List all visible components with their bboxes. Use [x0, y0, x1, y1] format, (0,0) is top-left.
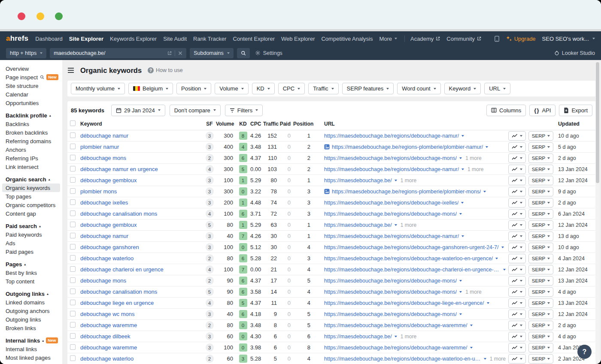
filter-serp-features[interactable]: SERP features: [342, 83, 394, 94]
filter-traffic[interactable]: Traffic: [308, 83, 338, 94]
sidebar-item-referring-domains[interactable]: Referring domains: [2, 137, 60, 145]
sidebar-item-top-content[interactable]: Top content: [2, 277, 60, 286]
url-link[interactable]: https://maesdebouchage.be/regions/debouc…: [324, 133, 459, 139]
row-checkbox[interactable]: [70, 222, 76, 227]
filter-url[interactable]: URL: [484, 83, 510, 94]
filters-button[interactable]: Filters: [225, 105, 263, 116]
serp-button[interactable]: SERP: [528, 232, 553, 241]
serp-button[interactable]: SERP: [528, 243, 553, 252]
row-checkbox[interactable]: [70, 311, 76, 316]
keyword-link[interactable]: debouchage namur: [80, 233, 128, 239]
maximize-window-button[interactable]: [55, 12, 63, 20]
sidebar-item-ads[interactable]: Ads: [2, 239, 60, 247]
row-checkbox[interactable]: [70, 144, 76, 149]
target-url-input[interactable]: [54, 50, 164, 56]
position-history-button[interactable]: [508, 243, 526, 252]
nav-item-more[interactable]: More: [379, 36, 397, 42]
scrollbar-thumb[interactable]: [596, 62, 599, 183]
url-link[interactable]: https://maesdebouchage.be/regions/debouc…: [324, 322, 467, 328]
protocol-select[interactable]: http + https: [6, 48, 46, 58]
url-link[interactable]: https://maesdebouchage.be/regions-plombe…: [332, 144, 483, 150]
row-checkbox[interactable]: [70, 322, 76, 328]
sidebar-item-backlinks[interactable]: Backlinks: [2, 120, 60, 128]
url-link[interactable]: https://maesdebouchage.be/regions/debouc…: [324, 155, 457, 161]
row-checkbox[interactable]: [70, 255, 76, 261]
position-history-button[interactable]: [508, 298, 526, 308]
row-checkbox[interactable]: [70, 266, 76, 272]
row-checkbox[interactable]: [70, 177, 76, 183]
url-link[interactable]: https://maesdebouchage.be/regions/debouc…: [324, 267, 501, 273]
keyword-link[interactable]: plombier mons: [80, 188, 117, 195]
sidebar-item-opportunities[interactable]: Opportunities: [2, 99, 60, 107]
url-link[interactable]: https://maesdebouchage.be/regions/debouc…: [324, 311, 457, 317]
col-cpc[interactable]: CPC: [250, 121, 263, 127]
keyword-link[interactable]: debouchage waremme: [80, 322, 137, 328]
sidebar-item-broken-backlinks[interactable]: Broken backlinks: [2, 128, 60, 137]
position-history-button[interactable]: [508, 187, 526, 196]
sidebar-item-referring-ips[interactable]: Referring IPs: [2, 154, 60, 162]
url-link[interactable]: https://maesdebouchage.be/regions/debouc…: [324, 300, 484, 306]
row-checkbox[interactable]: [70, 188, 76, 194]
serp-button[interactable]: SERP: [528, 254, 553, 263]
keyword-link[interactable]: débouchage dilbeek: [80, 333, 130, 340]
url-link[interactable]: https://maesdebouchage.be/regions/debouc…: [324, 166, 459, 172]
device-icon[interactable]: [494, 36, 500, 42]
keyword-link[interactable]: débouchage gembloux: [80, 177, 137, 184]
serp-button[interactable]: SERP: [528, 321, 553, 330]
sidebar-item-top-pages[interactable]: Top pages: [2, 192, 60, 201]
sidebar-item-anchors[interactable]: Anchors: [2, 145, 60, 154]
nav-item-academy[interactable]: Academy: [410, 36, 440, 42]
keyword-link[interactable]: débouchage namur: [80, 132, 128, 139]
keyword-link[interactable]: plombier namur: [80, 144, 119, 150]
keyword-link[interactable]: débouchage namur en urgence: [80, 166, 158, 172]
row-checkbox[interactable]: [70, 211, 76, 216]
sidebar-item-broken-links[interactable]: Broken links: [2, 324, 60, 332]
col-keyword[interactable]: Keyword: [80, 121, 203, 127]
keyword-link[interactable]: debouchage mons: [80, 277, 126, 284]
row-checkbox[interactable]: [70, 277, 76, 283]
nav-item-community[interactable]: Community: [446, 36, 481, 42]
position-history-button[interactable]: [508, 232, 526, 241]
position-history-button[interactable]: [508, 165, 526, 174]
row-checkbox[interactable]: [70, 132, 76, 138]
position-history-button[interactable]: [508, 287, 526, 297]
sidebar-item-organic-keywords[interactable]: Organic keywords: [2, 184, 60, 192]
col-sf[interactable]: SF: [203, 121, 216, 127]
nav-item-dashboard[interactable]: Dashboard: [35, 36, 63, 42]
sidebar-item-overview[interactable]: Overview: [2, 64, 60, 73]
filter-belgium[interactable]: Belgium: [128, 83, 173, 94]
position-history-button[interactable]: [508, 220, 526, 230]
position-history-button[interactable]: [508, 176, 526, 185]
url-link[interactable]: https://maesdebouchage.be/regions/debouc…: [324, 256, 493, 262]
sidebar-item-paid-keywords[interactable]: Paid keywords: [2, 230, 60, 239]
row-checkbox[interactable]: [70, 355, 76, 361]
sidebar-item-outgoing-links[interactable]: Outgoing links: [2, 315, 60, 324]
sidebar-item-link-intersect[interactable]: Link intersect: [2, 162, 60, 171]
col-url[interactable]: URL: [313, 121, 506, 127]
url-link[interactable]: https://maesdebouchage.be/regions/debouc…: [324, 345, 467, 351]
sidebar-section-organic-search[interactable]: Organic search▴: [2, 175, 60, 184]
filter-keyword[interactable]: Keyword: [444, 83, 481, 94]
keyword-link[interactable]: debouchage waterloo: [80, 355, 134, 362]
position-history-button[interactable]: [508, 198, 526, 208]
serp-button[interactable]: SERP: [528, 287, 553, 297]
menu-icon[interactable]: [67, 67, 74, 73]
position-history-button[interactable]: [508, 321, 526, 330]
col-position[interactable]: Position: [293, 121, 313, 127]
looker-studio-button[interactable]: Looker Studio: [554, 50, 595, 56]
sidebar-item-outgoing-anchors[interactable]: Outgoing anchors: [2, 307, 60, 315]
minimize-window-button[interactable]: [36, 12, 44, 20]
row-checkbox[interactable]: [70, 300, 76, 305]
keyword-link[interactable]: débouchage charleroi en urgence: [80, 266, 164, 273]
url-link[interactable]: https://maesdebouchage.be/regions/debouc…: [324, 278, 457, 284]
close-window-button[interactable]: [18, 12, 25, 20]
keyword-link[interactable]: debouchage gembloux: [80, 222, 137, 228]
keyword-link[interactable]: débouchage ganshoren: [80, 244, 139, 250]
serp-button[interactable]: SERP: [528, 198, 553, 208]
keyword-link[interactable]: débouchage waterloo: [80, 255, 134, 262]
keyword-link[interactable]: débouchage ixelles: [80, 199, 128, 206]
position-history-button[interactable]: [508, 254, 526, 263]
serp-button[interactable]: SERP: [528, 131, 553, 141]
url-more-link[interactable]: 1 more: [465, 155, 481, 161]
sidebar-section-backlink-profile[interactable]: Backlink profile▴: [2, 111, 60, 120]
